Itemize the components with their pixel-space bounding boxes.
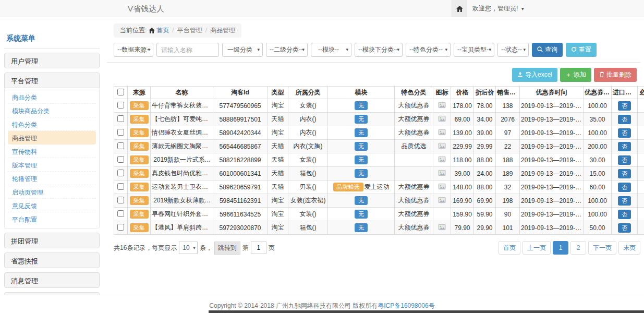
breadcrumb-home-link[interactable]: 首页 — [156, 27, 169, 34]
row-select-cell — [114, 221, 128, 235]
row-checkbox[interactable] — [117, 142, 124, 149]
name-search-input[interactable] — [156, 43, 219, 57]
page-button-上一页[interactable]: 上一页 — [523, 241, 551, 255]
data-source-select[interactable]: --数据来源--▾ — [114, 43, 153, 57]
category-cell: 内衣() — [288, 126, 328, 140]
type-cell: 天猫 — [268, 113, 288, 126]
col-header-优惠券时间: 优惠券时间 — [520, 87, 584, 99]
row-checkbox[interactable] — [117, 156, 124, 163]
row-select-cell — [114, 194, 128, 208]
sidebar-item-宣传物料[interactable]: 宣传物料 — [8, 145, 96, 158]
level2-category-select[interactable]: --二级分类--▾ — [266, 43, 308, 57]
sidebar-item-特色分类[interactable]: 特色分类 — [8, 117, 96, 131]
sidebar-group-用户管理[interactable]: 用户管理 — [4, 53, 100, 68]
item-type-select[interactable]: --宝贝类型--▾ — [454, 43, 494, 57]
category-cell: 箱包() — [288, 221, 328, 235]
sidebar-item-意见反馈[interactable]: 意见反馈 — [8, 199, 96, 212]
coupon-amount-cell: 100.00 — [584, 126, 612, 140]
module-select[interactable]: --模块--▾ — [311, 43, 351, 57]
level1-category-select[interactable]: 一级分类▾ — [222, 43, 263, 57]
icon-cell — [433, 113, 451, 126]
status-select[interactable]: --状态--▾ — [497, 43, 529, 57]
sidebar-group-拼团管理[interactable]: 拼团管理 — [4, 233, 100, 248]
sidebar-submenu: 商品分类模块商品分类特色分类商品管理宣传物料版本管理轮播管理启动页管理意见反馈平… — [4, 88, 100, 228]
coupon-time-cell: 2019-09-13—2019-09-17 — [520, 99, 584, 113]
records-total-text: 共16条记录，每页显示 — [114, 244, 177, 252]
coupon-amount-cell: 15.00 — [584, 167, 612, 180]
table-row: 采集情侣睡衣女夏丝绸男士...589042420344淘宝内衣()无大额优惠券1… — [114, 126, 644, 140]
source-cell: 采集 — [128, 99, 151, 113]
source-badge: 采集 — [130, 115, 149, 124]
sidebar-item-模块商品分类[interactable]: 模块商品分类 — [8, 104, 96, 117]
sidebar-group-平台管理[interactable]: 平台管理 — [4, 73, 100, 88]
import-select-toggle[interactable]: 否 — [618, 142, 631, 151]
import-select-toggle[interactable]: 否 — [618, 128, 631, 138]
jump-page-input[interactable] — [251, 242, 266, 254]
row-checkbox[interactable] — [117, 102, 124, 109]
col-header-类型: 类型 — [268, 87, 288, 99]
page-button-1[interactable]: 1 — [553, 241, 568, 255]
batch-delete-button[interactable]: 批量删除 — [594, 68, 637, 82]
page-button-首页[interactable]: 首页 — [499, 241, 520, 255]
sidebar-item-商品分类[interactable]: 商品分类 — [8, 90, 96, 104]
page-button-2[interactable]: 2 — [570, 241, 586, 255]
row-checkbox[interactable] — [117, 170, 124, 176]
import-select-toggle[interactable]: 否 — [618, 169, 631, 178]
sidebar-group-省惠快报[interactable]: 省惠快报 — [4, 252, 100, 268]
reset-button[interactable]: 重置 — [566, 43, 597, 57]
sidebar-item-启动页管理[interactable]: 启动页管理 — [8, 185, 96, 199]
must-buy-cell: 否 — [638, 140, 644, 153]
import-select-toggle[interactable]: 否 — [618, 196, 631, 206]
icp-link[interactable]: 粤ICP备16098006号 — [378, 302, 434, 309]
import-select-toggle[interactable]: 否 — [618, 115, 631, 124]
breadcrumb-item-platform[interactable]: 平台管理 — [177, 27, 202, 34]
import-select-cell: 否 — [612, 126, 638, 140]
jump-button[interactable]: 跳转到 — [214, 242, 240, 255]
user-menu[interactable]: 欢迎您，管理员! ▾ — [472, 0, 524, 17]
name-cell: 早春网红针织外套女春... — [151, 208, 213, 221]
row-checkbox[interactable] — [117, 183, 124, 190]
row-checkbox[interactable] — [117, 129, 124, 136]
page-button-下一页[interactable]: 下一页 — [588, 241, 616, 255]
row-checkbox[interactable] — [117, 197, 124, 203]
add-button[interactable]: ＋ 添加 — [560, 68, 591, 82]
price-cell: 139.00 — [451, 126, 474, 140]
import-excel-button[interactable]: 导入excel — [512, 68, 557, 82]
import-select-toggle[interactable]: 否 — [618, 223, 631, 233]
import-select-toggle[interactable]: 否 — [618, 210, 631, 219]
search-button[interactable]: 查询 — [532, 43, 563, 57]
select-value: --模块-- — [318, 46, 339, 53]
row-checkbox[interactable] — [117, 115, 124, 122]
row-select-cell — [114, 180, 128, 194]
import-select-toggle[interactable]: 否 — [618, 155, 631, 165]
col-header-销售数量: 销售数量 — [496, 87, 520, 99]
type-cell: 天猫 — [268, 167, 288, 180]
taoke-id-cell: 577479560965 — [213, 99, 268, 113]
select-all-checkbox[interactable] — [117, 89, 124, 95]
goods-table: 来源名称淘客Id类型所属分类模块特色分类图标价格折后价销售数量优惠券时间优惠券金… — [114, 86, 644, 235]
import-select-toggle[interactable]: 否 — [618, 183, 631, 192]
sidebar-item-平台配置[interactable]: 平台配置 — [8, 212, 96, 226]
select-value: --模块下分类-- — [358, 46, 398, 53]
source-badge: 采集 — [130, 210, 149, 219]
sidebar-group-消息管理[interactable]: 消息管理 — [4, 272, 100, 288]
row-checkbox[interactable] — [117, 210, 124, 217]
sidebar: 系统菜单 用户管理平台管理商品分类模块商品分类特色分类商品管理宣传物料版本管理轮… — [4, 30, 100, 295]
jump-prefix: 第 — [242, 244, 249, 252]
import-select-toggle[interactable]: 否 — [618, 101, 631, 111]
per-page-suffix: 条， — [200, 244, 212, 252]
feature-category-select[interactable]: --特色分类--▾ — [406, 43, 451, 57]
source-badge: 采集 — [130, 142, 149, 151]
must-buy-cell: 否 — [638, 113, 644, 126]
sidebar-item-商品管理[interactable]: 商品管理 — [8, 131, 96, 145]
page-button-末页[interactable]: 末页 — [618, 241, 640, 255]
home-button[interactable] — [452, 0, 467, 17]
filter-bar: --数据来源--▾一级分类▾--二级分类--▾--模块--▾--模块下分类--▾… — [114, 43, 640, 57]
name-cell: 2019新款女秋薄款... — [151, 194, 213, 208]
select-value: --宝贝类型-- — [457, 46, 491, 53]
sidebar-item-轮播管理[interactable]: 轮播管理 — [8, 172, 96, 185]
sidebar-item-版本管理[interactable]: 版本管理 — [8, 158, 96, 172]
row-checkbox[interactable] — [117, 224, 124, 231]
module-subcategory-select[interactable]: --模块下分类--▾ — [355, 43, 403, 57]
per-page-select[interactable]: 10▾ — [179, 242, 197, 254]
